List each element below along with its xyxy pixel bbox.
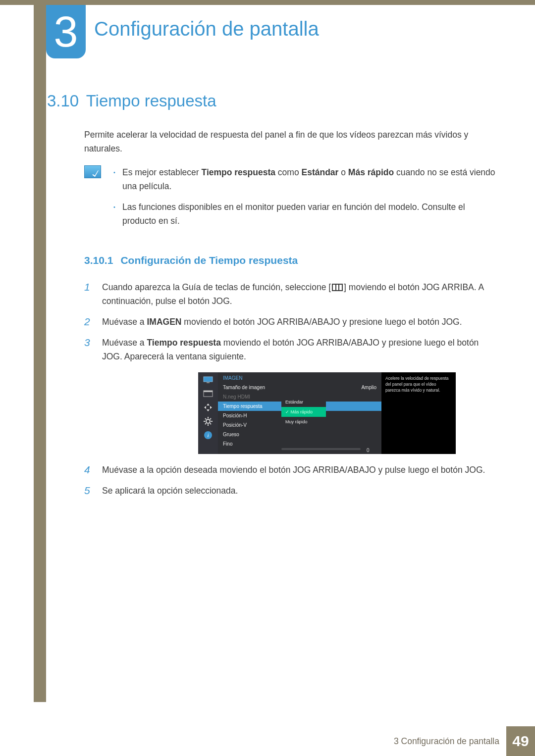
- step-number: 5: [84, 484, 91, 498]
- footer: 3 Configuración de pantalla 49: [0, 726, 535, 756]
- step-text: Muévase a IMAGEN moviendo el botón JOG A…: [102, 315, 462, 329]
- note-icon: [84, 165, 101, 178]
- gear-icon: [203, 417, 214, 426]
- chapter-number: 3: [46, 5, 86, 58]
- term: IMAGEN: [147, 317, 181, 327]
- step-text: Muévase a Tiempo respuesta moviendo el b…: [102, 336, 495, 363]
- text: moviendo el botón JOG ARRIBA/ABAJO y pre…: [181, 317, 462, 327]
- osd-help-text: Acelere la velocidad de respuesta del pa…: [381, 372, 456, 454]
- step-3: 3 Muévase a Tiempo respuesta moviendo el…: [84, 336, 495, 363]
- text: Cuando aparezca la Guía de teclas de fun…: [102, 282, 331, 292]
- arrows-icon: [203, 403, 214, 412]
- step-text: Se aplicará la opción seleccionada.: [102, 484, 238, 498]
- label: Tamaño de imagen: [223, 385, 265, 390]
- section-heading: 3.10 Tiempo respuesta: [47, 92, 495, 110]
- svg-rect-0: [204, 377, 213, 382]
- svg-rect-3: [204, 391, 213, 392]
- note-list: Es mejor establecer Tiempo respuesta com…: [113, 165, 495, 235]
- section-intro: Permite acelerar la velocidad de respues…: [84, 128, 495, 155]
- osd-header: IMAGEN: [218, 372, 381, 383]
- svg-line-10: [210, 423, 211, 424]
- content: 3.10 Tiempo respuesta Permite acelerar l…: [47, 92, 495, 504]
- step-5: 5 Se aplicará la opción seleccionada.: [84, 484, 495, 498]
- step-number: 1: [84, 280, 91, 308]
- text: Es mejor establecer: [122, 167, 202, 177]
- osd-slider: [281, 448, 361, 450]
- osd-dropdown: Estándar Más rápido Muy rápido: [281, 397, 326, 427]
- text: Muévase a: [102, 338, 147, 348]
- page-number: 49: [506, 726, 535, 756]
- osd-menu: IMAGEN Tamaño de imagenAmplio N.neg HDMI…: [218, 372, 381, 454]
- steps: 1 Cuando aparezca la Guía de teclas de f…: [84, 280, 495, 498]
- chapter-title: Configuración de pantalla: [94, 18, 319, 40]
- top-bar: [0, 0, 535, 5]
- osd-option: Estándar: [281, 397, 326, 407]
- section-title: Tiempo respuesta: [86, 92, 216, 110]
- info-icon: i: [203, 431, 214, 440]
- term: Más rápido: [348, 167, 394, 177]
- image-icon: [203, 389, 214, 398]
- osd-screenshot: i IMAGEN Tamaño de imagenAmplio N.neg HD…: [198, 372, 456, 454]
- osd-slider-value: 0: [367, 448, 370, 453]
- menu-icon: [332, 284, 343, 291]
- chapter-badge: 3: [46, 5, 86, 58]
- osd-row: Tamaño de imagenAmplio: [218, 383, 381, 392]
- step-text: Muévase a la opción deseada moviendo el …: [102, 463, 485, 477]
- step-number: 4: [84, 463, 91, 477]
- osd-row: Grueso: [218, 430, 381, 439]
- svg-point-4: [206, 419, 210, 423]
- svg-line-11: [205, 423, 206, 424]
- svg-rect-1: [207, 382, 210, 383]
- term: Tiempo respuesta: [147, 338, 220, 348]
- section-number: 3.10: [47, 92, 79, 110]
- monitor-icon: [203, 375, 214, 384]
- svg-line-9: [205, 418, 206, 419]
- subsection-heading: 3.10.1Configuración de Tiempo respuesta: [84, 254, 495, 266]
- osd-option-selected: Más rápido: [281, 407, 326, 417]
- step-text: Cuando aparezca la Guía de teclas de fun…: [102, 280, 495, 308]
- footer-text: 3 Configuración de pantalla: [394, 736, 506, 747]
- text: Muévase a: [102, 317, 147, 327]
- step-4: 4 Muévase a la opción deseada moviendo e…: [84, 463, 495, 477]
- svg-line-12: [210, 418, 211, 419]
- svg-text:i: i: [207, 432, 209, 438]
- note-item: Las funciones disponibles en el monitor …: [113, 200, 495, 228]
- subsection-number: 3.10.1: [84, 254, 113, 266]
- term: Estándar: [302, 167, 339, 177]
- side-bar: [34, 5, 46, 702]
- term: Tiempo respuesta: [202, 167, 275, 177]
- step-number: 2: [84, 315, 91, 329]
- osd-row: Fino: [218, 439, 381, 449]
- text: o: [338, 167, 348, 177]
- value: Amplio: [361, 385, 376, 390]
- step-2: 2 Muévase a IMAGEN moviendo el botón JOG…: [84, 315, 495, 329]
- note-block: Es mejor establecer Tiempo respuesta com…: [84, 165, 495, 235]
- osd-option: Muy rápido: [281, 417, 326, 427]
- text: como: [275, 167, 302, 177]
- osd-sidebar: i: [198, 372, 218, 454]
- step-1: 1 Cuando aparezca la Guía de teclas de f…: [84, 280, 495, 308]
- step-number: 3: [84, 336, 91, 363]
- subsection-title: Configuración de Tiempo respuesta: [120, 254, 298, 266]
- note-item: Es mejor establecer Tiempo respuesta com…: [113, 165, 495, 193]
